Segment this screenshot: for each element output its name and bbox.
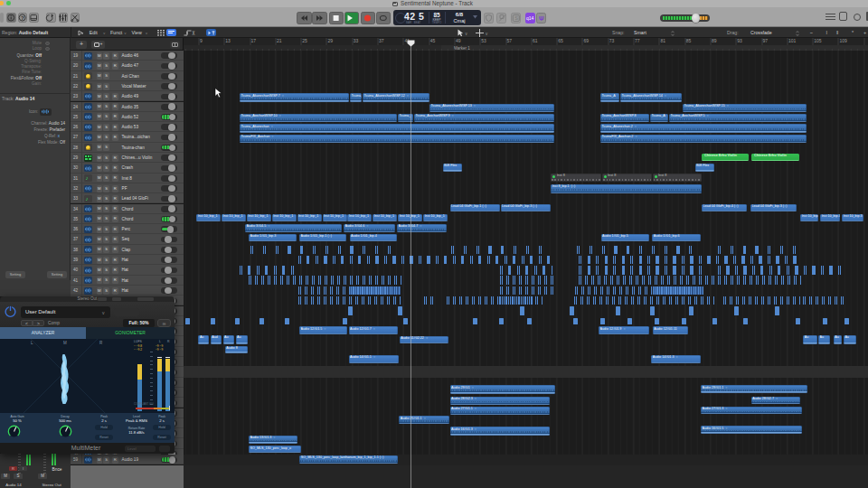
svg-text:M: M	[63, 341, 67, 345]
svg-text:S: S	[514, 15, 518, 21]
svg-text:R: R	[99, 341, 103, 345]
svg-text:?: ?	[21, 14, 24, 21]
